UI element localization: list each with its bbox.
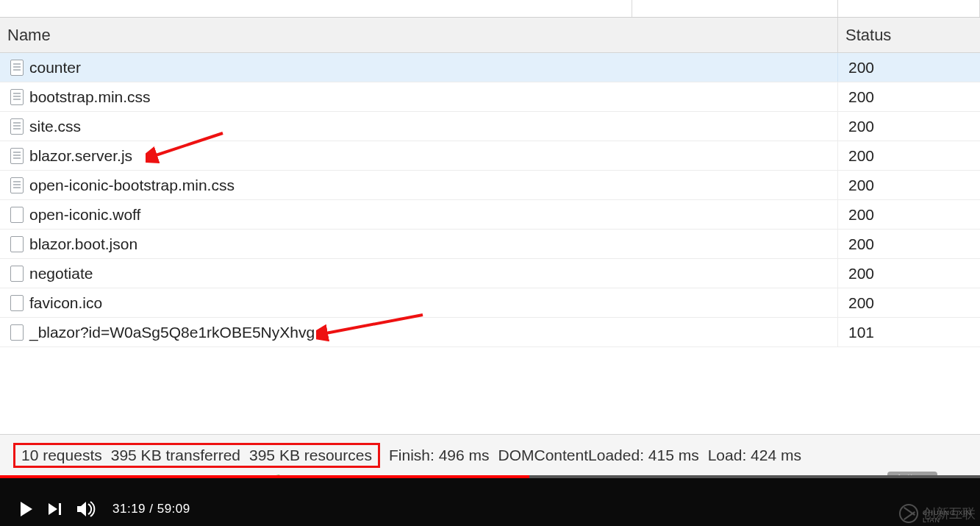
summary-finish: Finish: 496 ms bbox=[389, 447, 490, 464]
volume-icon bbox=[77, 501, 96, 517]
table-row[interactable]: negotiate200 bbox=[0, 259, 980, 288]
annotation-highlight-box: 10 requests 395 KB transferred 395 KB re… bbox=[13, 443, 380, 468]
video-progress-bar[interactable] bbox=[0, 475, 980, 478]
table-row[interactable]: open-iconic-bootstrap.min.css200 bbox=[0, 171, 980, 200]
cell-status: 200 bbox=[838, 206, 980, 224]
network-summary-bar: 10 requests 395 KB transferred 395 KB re… bbox=[0, 434, 980, 475]
play-button[interactable] bbox=[21, 502, 32, 516]
play-icon bbox=[21, 502, 32, 516]
devtools-toolbar-strip bbox=[0, 0, 980, 18]
file-icon bbox=[10, 148, 24, 164]
cell-status: 200 bbox=[838, 147, 980, 165]
cell-status: 200 bbox=[838, 177, 980, 194]
cell-name: open-iconic.woff bbox=[0, 200, 838, 229]
file-icon bbox=[10, 177, 24, 193]
watermark: 创新互联 CHUANG XIN LIAN bbox=[899, 504, 976, 523]
next-icon bbox=[49, 503, 61, 515]
file-icon bbox=[10, 295, 24, 311]
request-name: favicon.ico bbox=[29, 294, 102, 312]
watermark-subtext: CHUANG XIN LIAN bbox=[923, 509, 976, 524]
next-button[interactable] bbox=[49, 503, 61, 515]
cell-name: site.css bbox=[0, 112, 838, 141]
file-icon bbox=[10, 118, 24, 135]
summary-load: Load: 424 ms bbox=[708, 447, 801, 464]
cell-name: favicon.ico bbox=[0, 288, 838, 317]
table-row[interactable]: blazor.boot.json200 bbox=[0, 230, 980, 259]
request-name: open-iconic.woff bbox=[29, 206, 140, 224]
table-row[interactable]: site.css200 bbox=[0, 112, 980, 141]
request-name: blazor.server.js bbox=[29, 147, 132, 165]
request-name: open-iconic-bootstrap.min.css bbox=[29, 177, 235, 194]
cell-status: 200 bbox=[838, 294, 980, 312]
summary-resources: 395 KB resources bbox=[249, 447, 372, 464]
request-name: _blazor?id=W0aSg5Q8e1rkOBE5NyXhvg bbox=[29, 324, 315, 341]
file-icon bbox=[10, 266, 24, 282]
table-row[interactable]: _blazor?id=W0aSg5Q8e1rkOBE5NyXhvg101 bbox=[0, 318, 980, 347]
network-table-header: Name Status bbox=[0, 18, 980, 53]
column-header-name[interactable]: Name bbox=[0, 18, 838, 52]
screenshot-root: Name Status counter200bootstrap.min.css2… bbox=[0, 0, 980, 526]
cell-status: 200 bbox=[838, 88, 980, 106]
table-row[interactable]: blazor.server.js200 bbox=[0, 141, 980, 171]
cell-name: blazor.server.js bbox=[0, 141, 838, 170]
file-icon bbox=[10, 236, 24, 252]
cell-status: 200 bbox=[838, 265, 980, 282]
cell-status: 101 bbox=[838, 324, 980, 341]
cell-name: negotiate bbox=[0, 259, 838, 288]
file-icon bbox=[10, 89, 24, 105]
table-row[interactable]: favicon.ico200 bbox=[0, 288, 980, 318]
table-row[interactable]: counter200 bbox=[0, 53, 980, 82]
summary-dcl: DOMContentLoaded: 415 ms bbox=[498, 447, 699, 464]
video-player-bar: 31:19 / 59:09 bbox=[0, 475, 980, 526]
column-header-status[interactable]: Status bbox=[838, 18, 980, 52]
table-row[interactable]: bootstrap.min.css200 bbox=[0, 82, 980, 112]
request-name: site.css bbox=[29, 118, 81, 135]
network-table-body: counter200bootstrap.min.css200site.css20… bbox=[0, 53, 980, 347]
cell-name: _blazor?id=W0aSg5Q8e1rkOBE5NyXhvg bbox=[0, 318, 838, 346]
volume-button[interactable] bbox=[77, 501, 96, 517]
file-icon bbox=[10, 60, 24, 76]
video-progress-fill bbox=[0, 475, 529, 478]
request-name: counter bbox=[29, 59, 81, 77]
cell-name: counter bbox=[0, 53, 838, 82]
cell-status: 200 bbox=[838, 59, 980, 77]
summary-requests: 10 requests bbox=[21, 447, 102, 464]
summary-transferred: 395 KB transferred bbox=[111, 447, 240, 464]
cell-status: 200 bbox=[838, 235, 980, 253]
cell-name: open-iconic-bootstrap.min.css bbox=[0, 171, 838, 199]
request-name: bootstrap.min.css bbox=[29, 88, 151, 106]
cell-name: blazor.boot.json bbox=[0, 230, 838, 258]
request-name: negotiate bbox=[29, 265, 93, 282]
cell-name: bootstrap.min.css bbox=[0, 82, 838, 111]
file-icon bbox=[10, 207, 24, 223]
video-time-display: 31:19 / 59:09 bbox=[112, 502, 190, 516]
cell-status: 200 bbox=[838, 118, 980, 135]
file-icon bbox=[10, 324, 24, 341]
watermark-logo-icon bbox=[899, 504, 918, 523]
request-name: blazor.boot.json bbox=[29, 235, 137, 253]
table-row[interactable]: open-iconic.woff200 bbox=[0, 200, 980, 230]
